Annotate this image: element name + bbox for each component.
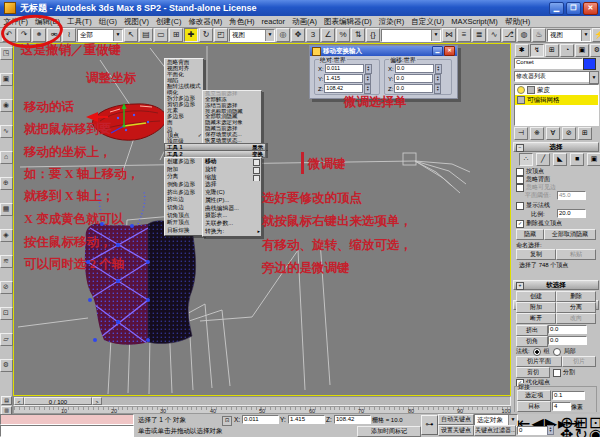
reactor-collection-icon[interactable]: ▦ (0, 203, 13, 216)
reactor-cloth-icon[interactable]: ▣ (0, 73, 13, 86)
quad-menu-item[interactable]: 挤出边 (165, 196, 203, 204)
add-time-tag-button[interactable]: 添加时间标记 (357, 426, 421, 437)
quad-menu-item[interactable]: 切角顶点 (165, 212, 203, 220)
quad-menu-item[interactable]: 克隆(C) (203, 189, 261, 197)
abs-y-field[interactable]: 1.415 (324, 74, 363, 83)
modifier-stack-row-selected[interactable]: 可编辑网格 (515, 95, 598, 105)
create-button[interactable]: 创建 (516, 291, 556, 302)
copy-button[interactable]: 复制 (516, 249, 556, 260)
layer-manager-icon[interactable]: ≣ (472, 28, 486, 42)
select-by-name-icon[interactable]: ▤ (139, 28, 153, 42)
reference-coordinate-dropdown[interactable]: 视图▼ (229, 29, 275, 42)
abs-y-spinner[interactable]: ▴▾ (364, 74, 371, 84)
tab-display[interactable]: ▣ (575, 44, 589, 57)
element-subobject-icon[interactable]: ▣ (587, 153, 600, 166)
coord-x-field[interactable]: 0.011 (242, 415, 279, 424)
rectangular-selection-region-icon[interactable]: ▭ (154, 28, 168, 42)
select-and-manipulate-icon[interactable]: ✥ (291, 28, 305, 42)
menu-item[interactable]: 修改器(M) (185, 17, 226, 27)
menu-item[interactable]: 组(G) (95, 17, 120, 27)
quad-menu-item[interactable]: 缩放 (203, 174, 261, 182)
edit-named-selections-icon[interactable]: {} (366, 28, 380, 42)
arc-rotate-icon[interactable]: ↻ (574, 425, 587, 437)
selection-filter-dropdown[interactable]: 全部▼ (77, 29, 123, 42)
select-and-scale-icon[interactable]: ◰ (214, 28, 228, 42)
quad-menu-item[interactable]: 切角边 (165, 204, 203, 212)
object-name-field[interactable]: Corset (514, 58, 583, 69)
object-color-swatch[interactable] (583, 58, 596, 70)
reactor-water-icon[interactable]: ≋ (0, 255, 13, 268)
menu-item[interactable]: 角色(H) (226, 17, 258, 27)
bind-to-spacewarp-icon[interactable]: ≀ (62, 28, 76, 42)
chevron-down-icon[interactable]: ▼ (581, 30, 590, 41)
move-transform-type-in-dialog[interactable]: 移动变换输入 ▁ ✕ 绝对:世界 X: 0.011▴▾ Y: 1.415▴▾ Z… (309, 45, 458, 99)
face-subobject-icon[interactable]: ◣ (553, 153, 567, 166)
off-x-spinner[interactable]: ▴▾ (435, 64, 442, 74)
set-keys-button[interactable]: 设置关键点 (438, 425, 474, 436)
reactor-fracture-icon[interactable]: ◈ (0, 229, 13, 242)
paste-button[interactable]: 粘贴 (556, 249, 596, 260)
reactor-deforming-mesh-icon[interactable]: ⌂ (0, 151, 13, 164)
minimize-button[interactable]: ▁ (549, 2, 564, 15)
use-pivot-center-icon[interactable]: ◎ (276, 28, 290, 42)
menu-item[interactable]: 工具(T) (64, 17, 96, 27)
quad-menu-item[interactable]: 移动 (203, 158, 261, 166)
schematic-view-icon[interactable]: ⎇ (502, 28, 516, 42)
menu-item[interactable]: 渲染(R) (375, 17, 407, 27)
title-bar[interactable]: 无标题 - Autodesk 3ds Max 8 SP2 - Stand-alo… (0, 0, 600, 16)
maximize-button[interactable]: ❐ (566, 2, 581, 15)
open-mini-listener-button[interactable]: ▤ (1, 396, 12, 405)
quad-menu-item[interactable]: 附加 (165, 166, 203, 174)
render-scene-icon[interactable]: ♨ (532, 28, 546, 42)
pin-stack-icon[interactable]: ⊣ (514, 127, 528, 140)
tab-motion[interactable]: ◔ (560, 44, 574, 57)
make-unique-icon[interactable]: ∀ (546, 127, 560, 140)
abs-x-field[interactable]: 0.011 (325, 64, 364, 73)
maxscript-mini-listener-white[interactable] (0, 425, 134, 437)
menu-item[interactable]: 视图(V) (121, 17, 153, 27)
abs-z-field[interactable]: 108.42 (324, 84, 363, 93)
modifier-stack-row[interactable]: 蒙皮 (515, 85, 598, 95)
quad-menu-item[interactable]: 曲线编辑器... (203, 205, 261, 213)
menu-item[interactable]: 图表编辑器(D) (320, 17, 375, 27)
collapse-icon[interactable]: − (516, 144, 524, 152)
off-y-spinner[interactable]: ▴▾ (434, 74, 441, 84)
reactor-utils-icon[interactable]: ⚙ (0, 359, 13, 372)
modifier-list-dropdown[interactable]: 修改器列表 (514, 71, 591, 82)
show-normals-checkbox[interactable]: 显示法线 (516, 201, 550, 210)
coord-z-field[interactable]: 108.42 (334, 415, 371, 424)
mirror-icon[interactable]: ⋈ (442, 28, 456, 42)
named-selection-sets-dropdown[interactable]: ▼ (381, 29, 441, 42)
reactor-rope-icon[interactable]: ∿ (0, 125, 13, 138)
select-and-rotate-icon[interactable]: ↻ (199, 28, 213, 42)
chevron-down-icon[interactable]: ▼ (431, 30, 440, 41)
selection-rollout-header[interactable]: −选择 (513, 142, 599, 152)
weld-threshold-field[interactable]: 0.1 (552, 391, 585, 400)
chamfer-button[interactable]: 切角 (516, 336, 548, 347)
material-editor-icon[interactable]: ◍ (517, 28, 531, 42)
turn-button[interactable]: 改向 (556, 313, 596, 324)
pan-tool-icon[interactable]: ✥ (560, 425, 573, 437)
unhide-all-button[interactable]: 全部取消隐藏 (544, 229, 596, 240)
expand-icon[interactable]: + (516, 282, 524, 290)
tab-hierarchy[interactable]: ⊞ (545, 44, 559, 57)
weld-target-button[interactable]: 目标 (517, 401, 551, 412)
current-frame-field[interactable]: 0 (517, 426, 548, 435)
set-key-toggle-button[interactable]: ⊶ (421, 415, 438, 435)
cut-button[interactable]: 剪切 (516, 367, 550, 378)
selection-lock-icon[interactable]: ⊡ (222, 416, 232, 426)
reactor-motor-icon[interactable]: ⊡ (0, 307, 13, 320)
select-and-move-icon[interactable]: ✚ (184, 28, 198, 42)
spinner-snap-icon[interactable]: ⇅ (351, 28, 365, 42)
menu-item[interactable]: 创建(C) (153, 17, 185, 27)
quad-menu-item[interactable]: 属性(P)... (203, 197, 261, 205)
menu-item[interactable]: 帮助(H) (501, 17, 533, 27)
angle-snap-icon[interactable]: ∠ (321, 28, 335, 42)
off-x-field[interactable]: 0.0 (395, 64, 434, 73)
soft-selection-rollout-header[interactable]: +软选择 (513, 280, 599, 290)
menu-item[interactable]: 自定义(U) (408, 17, 448, 27)
menu-item[interactable]: MAXScript(M) (448, 17, 502, 26)
break-button[interactable]: 断开 (516, 313, 556, 324)
tab-utilities[interactable]: ⚙ (590, 44, 600, 57)
reactor-soft-body-icon[interactable]: ◉ (0, 99, 13, 112)
